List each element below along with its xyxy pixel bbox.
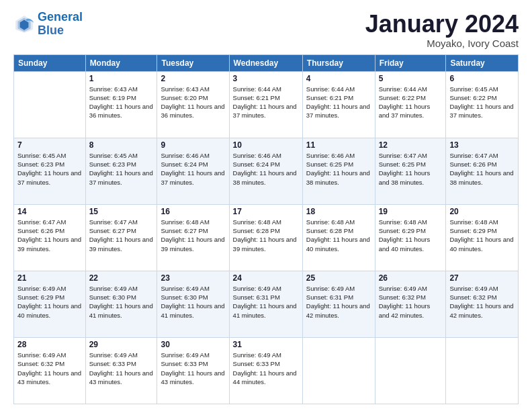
day-info: Sunrise: 6:49 AM Sunset: 6:32 PM Dayligh… [449, 284, 515, 320]
day-info: Sunrise: 6:44 AM Sunset: 6:22 PM Dayligh… [379, 85, 443, 120]
day-info: Sunrise: 6:49 AM Sunset: 6:30 PM Dayligh… [89, 284, 154, 320]
week-row-1: 7Sunrise: 6:45 AM Sunset: 6:23 PM Daylig… [14, 138, 519, 204]
day-info: Sunrise: 6:49 AM Sunset: 6:32 PM Dayligh… [379, 284, 443, 320]
table-cell: 4Sunrise: 6:44 AM Sunset: 6:21 PM Daylig… [302, 71, 375, 138]
col-tuesday: Tuesday [157, 54, 229, 71]
col-sunday: Sunday [14, 54, 86, 71]
logo-icon [13, 13, 35, 35]
day-number: 24 [233, 273, 299, 283]
main-title: January 2024 [365, 11, 519, 38]
day-number: 4 [306, 74, 371, 83]
day-number: 11 [306, 140, 371, 150]
day-info: Sunrise: 6:47 AM Sunset: 6:27 PM Dayligh… [89, 218, 154, 253]
day-number: 13 [449, 140, 515, 150]
day-number: 26 [379, 273, 443, 283]
day-info: Sunrise: 6:49 AM Sunset: 6:33 PM Dayligh… [161, 351, 225, 386]
col-monday: Monday [85, 54, 157, 71]
title-block: January 2024 Moyako, Ivory Coast [365, 11, 519, 49]
table-cell [14, 71, 86, 138]
day-number: 30 [161, 340, 225, 349]
table-cell: 28Sunrise: 6:49 AM Sunset: 6:32 PM Dayli… [14, 337, 86, 404]
table-cell: 19Sunrise: 6:48 AM Sunset: 6:29 PM Dayli… [375, 204, 446, 271]
day-info: Sunrise: 6:49 AM Sunset: 6:32 PM Dayligh… [17, 351, 82, 386]
day-number: 6 [449, 74, 515, 83]
table-cell: 18Sunrise: 6:48 AM Sunset: 6:28 PM Dayli… [302, 204, 375, 271]
day-number: 19 [379, 207, 443, 216]
table-cell: 31Sunrise: 6:49 AM Sunset: 6:33 PM Dayli… [229, 337, 302, 404]
day-number: 8 [89, 140, 154, 150]
page: General Blue January 2024 Moyako, Ivory … [0, 0, 532, 411]
table-cell: 14Sunrise: 6:47 AM Sunset: 6:26 PM Dayli… [14, 204, 86, 271]
day-number: 21 [17, 273, 82, 283]
col-friday: Friday [375, 54, 446, 71]
table-cell: 9Sunrise: 6:46 AM Sunset: 6:24 PM Daylig… [157, 138, 229, 204]
day-number: 2 [161, 74, 225, 83]
table-cell: 13Sunrise: 6:47 AM Sunset: 6:26 PM Dayli… [446, 138, 519, 204]
day-number: 5 [379, 74, 443, 83]
col-saturday: Saturday [446, 54, 519, 71]
table-cell: 24Sunrise: 6:49 AM Sunset: 6:31 PM Dayli… [229, 271, 302, 337]
day-number: 22 [89, 273, 154, 283]
day-info: Sunrise: 6:49 AM Sunset: 6:33 PM Dayligh… [233, 351, 299, 386]
table-cell: 6Sunrise: 6:45 AM Sunset: 6:22 PM Daylig… [446, 71, 519, 138]
day-number: 18 [306, 207, 371, 216]
day-info: Sunrise: 6:43 AM Sunset: 6:20 PM Dayligh… [161, 85, 225, 120]
day-info: Sunrise: 6:48 AM Sunset: 6:29 PM Dayligh… [449, 218, 515, 253]
day-info: Sunrise: 6:49 AM Sunset: 6:29 PM Dayligh… [17, 284, 82, 320]
table-cell [446, 337, 519, 404]
day-number: 29 [89, 340, 154, 349]
table-cell: 8Sunrise: 6:45 AM Sunset: 6:23 PM Daylig… [85, 138, 157, 204]
week-row-4: 28Sunrise: 6:49 AM Sunset: 6:32 PM Dayli… [14, 337, 519, 404]
day-info: Sunrise: 6:45 AM Sunset: 6:22 PM Dayligh… [449, 85, 515, 120]
week-row-2: 14Sunrise: 6:47 AM Sunset: 6:26 PM Dayli… [14, 204, 519, 271]
calendar-table: Sunday Monday Tuesday Wednesday Thursday… [13, 54, 519, 404]
table-cell: 29Sunrise: 6:49 AM Sunset: 6:33 PM Dayli… [85, 337, 157, 404]
table-cell: 15Sunrise: 6:47 AM Sunset: 6:27 PM Dayli… [85, 204, 157, 271]
day-number: 7 [17, 140, 82, 150]
day-number: 25 [306, 273, 371, 283]
table-cell: 11Sunrise: 6:46 AM Sunset: 6:25 PM Dayli… [302, 138, 375, 204]
day-info: Sunrise: 6:47 AM Sunset: 6:26 PM Dayligh… [17, 218, 82, 253]
table-cell: 5Sunrise: 6:44 AM Sunset: 6:22 PM Daylig… [375, 71, 446, 138]
week-row-0: 1Sunrise: 6:43 AM Sunset: 6:19 PM Daylig… [14, 71, 519, 138]
table-cell: 30Sunrise: 6:49 AM Sunset: 6:33 PM Dayli… [157, 337, 229, 404]
col-thursday: Thursday [302, 54, 375, 71]
day-number: 17 [233, 207, 299, 216]
subtitle: Moyako, Ivory Coast [365, 38, 519, 49]
table-cell: 7Sunrise: 6:45 AM Sunset: 6:23 PM Daylig… [14, 138, 86, 204]
day-info: Sunrise: 6:48 AM Sunset: 6:27 PM Dayligh… [161, 218, 225, 253]
day-info: Sunrise: 6:49 AM Sunset: 6:31 PM Dayligh… [233, 284, 299, 320]
day-info: Sunrise: 6:48 AM Sunset: 6:28 PM Dayligh… [233, 218, 299, 253]
header: General Blue January 2024 Moyako, Ivory … [13, 11, 519, 49]
table-cell: 2Sunrise: 6:43 AM Sunset: 6:20 PM Daylig… [157, 71, 229, 138]
table-cell: 10Sunrise: 6:46 AM Sunset: 6:24 PM Dayli… [229, 138, 302, 204]
table-cell [302, 337, 375, 404]
day-info: Sunrise: 6:49 AM Sunset: 6:31 PM Dayligh… [306, 284, 371, 320]
day-number: 12 [379, 140, 443, 150]
day-number: 23 [161, 273, 225, 283]
table-cell: 20Sunrise: 6:48 AM Sunset: 6:29 PM Dayli… [446, 204, 519, 271]
logo: General Blue [13, 11, 83, 38]
week-row-3: 21Sunrise: 6:49 AM Sunset: 6:29 PM Dayli… [14, 271, 519, 337]
day-info: Sunrise: 6:46 AM Sunset: 6:24 PM Dayligh… [161, 151, 225, 187]
day-number: 16 [161, 207, 225, 216]
day-number: 3 [233, 74, 299, 83]
table-cell: 17Sunrise: 6:48 AM Sunset: 6:28 PM Dayli… [229, 204, 302, 271]
table-cell: 23Sunrise: 6:49 AM Sunset: 6:30 PM Dayli… [157, 271, 229, 337]
table-cell: 1Sunrise: 6:43 AM Sunset: 6:19 PM Daylig… [85, 71, 157, 138]
day-number: 28 [17, 340, 82, 349]
table-cell: 26Sunrise: 6:49 AM Sunset: 6:32 PM Dayli… [375, 271, 446, 337]
day-number: 20 [449, 207, 515, 216]
logo-general: General [38, 10, 83, 24]
day-info: Sunrise: 6:49 AM Sunset: 6:33 PM Dayligh… [89, 351, 154, 386]
day-number: 9 [161, 140, 225, 150]
day-info: Sunrise: 6:48 AM Sunset: 6:28 PM Dayligh… [306, 218, 371, 253]
day-info: Sunrise: 6:44 AM Sunset: 6:21 PM Dayligh… [306, 85, 371, 120]
table-cell: 16Sunrise: 6:48 AM Sunset: 6:27 PM Dayli… [157, 204, 229, 271]
logo-blue: Blue [38, 24, 64, 37]
table-cell [375, 337, 446, 404]
table-cell: 25Sunrise: 6:49 AM Sunset: 6:31 PM Dayli… [302, 271, 375, 337]
day-info: Sunrise: 6:46 AM Sunset: 6:25 PM Dayligh… [306, 151, 371, 187]
header-row: Sunday Monday Tuesday Wednesday Thursday… [14, 54, 519, 71]
day-info: Sunrise: 6:45 AM Sunset: 6:23 PM Dayligh… [89, 151, 154, 187]
